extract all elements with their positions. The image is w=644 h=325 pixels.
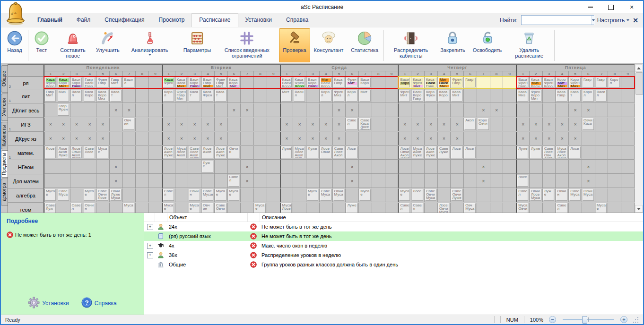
grid-cell[interactable] (254, 160, 267, 174)
grid-cell[interactable] (372, 103, 385, 117)
grid-cell[interactable]: КасаГавр (556, 89, 569, 103)
grid-cell[interactable] (228, 132, 241, 145)
grid-cell[interactable] (346, 132, 359, 145)
lesson-entry[interactable]: ГаврМит (110, 77, 122, 87)
grid-cell[interactable] (556, 160, 569, 174)
grid-cell[interactable]: ВасиКороГаврМит (188, 77, 201, 89)
grid-cell[interactable]: Миз (57, 89, 70, 103)
tool-constraints-button[interactable]: Список введенных ограничений (215, 28, 279, 62)
grid-cell[interactable] (516, 160, 530, 174)
lesson-entry[interactable]: Васил (71, 90, 82, 102)
lesson-entry[interactable]: ФренМит (346, 77, 357, 87)
grid-cell[interactable] (490, 203, 504, 213)
grid-cell[interactable] (477, 203, 490, 213)
lesson-entry[interactable]: ВасиГаврМитМиз (202, 77, 213, 87)
grid-cell[interactable]: Касат (215, 89, 228, 103)
grid-cell[interactable]: Мусае (306, 188, 320, 202)
lesson-entry[interactable]: ЛосеОвчиАкопЛуже (399, 146, 410, 158)
lesson-entry[interactable]: Корол (163, 90, 174, 102)
lesson-entry[interactable]: СавеОвчиЛуже (451, 189, 462, 201)
grid-cell[interactable] (595, 188, 609, 202)
grid-cell[interactable] (451, 174, 464, 188)
row-label-матем.[interactable]: матем.1 (8, 146, 44, 160)
grid-cell[interactable]: Савел (346, 118, 359, 131)
issue-row[interactable]: ОбщиеГруппа уроков разных классов должна… (144, 260, 643, 269)
lesson-entry[interactable]: СавеКасаЛосеЛуже (359, 118, 371, 130)
grid-cell[interactable]: ФренГавр (451, 77, 464, 89)
grid-cell[interactable]: Касат (110, 89, 123, 103)
grid-cell[interactable]: × (477, 160, 490, 174)
grid-cell[interactable]: Овчин (228, 146, 241, 160)
grid-cell[interactable]: Лосе (464, 146, 477, 160)
grid-cell[interactable]: Гавр (582, 77, 595, 89)
grid-cell[interactable] (149, 103, 162, 117)
find-combobox[interactable] (521, 15, 594, 25)
lesson-entry[interactable]: КасаКороМиз (97, 90, 108, 102)
lesson-entry[interactable]: СавеЛуже (438, 146, 450, 158)
grid-cell[interactable] (267, 174, 280, 188)
grid-cell[interactable]: КасаФрен (201, 89, 215, 103)
lesson-entry[interactable]: Акоп (464, 118, 476, 130)
grid-cell[interactable] (333, 160, 346, 174)
scroll-up-icon[interactable] (635, 64, 643, 72)
grid-cell[interactable] (595, 174, 609, 188)
grid-cell[interactable]: × (306, 118, 320, 131)
lesson-entry[interactable]: ВасиКоро (399, 77, 410, 87)
grid-cell[interactable] (136, 160, 149, 174)
lesson-entry[interactable]: КасаГавр (556, 90, 567, 102)
grid-cell[interactable]: ЛосеАкопЛуже (215, 146, 228, 160)
grid-cell[interactable] (398, 174, 411, 188)
lesson-entry[interactable]: ФренМит (399, 90, 410, 102)
grid-cell[interactable]: × (333, 132, 346, 145)
grid-cell[interactable]: × (477, 174, 490, 188)
grid-cell[interactable]: × (569, 103, 582, 117)
issue-row[interactable]: +4xМакс. число окон в неделю (144, 241, 643, 250)
grid-cell[interactable]: × (215, 118, 228, 131)
grid-cell[interactable]: КороОвчи (477, 118, 490, 131)
grid-cell[interactable]: Васил (70, 89, 84, 103)
grid-cell[interactable] (385, 160, 399, 174)
grid-cell[interactable] (503, 77, 516, 89)
grid-cell[interactable] (569, 174, 582, 188)
grid-cell[interactable]: Савел (162, 188, 175, 202)
grid-cell[interactable]: × (477, 103, 490, 117)
grid-cell[interactable] (149, 146, 162, 160)
grid-cell[interactable]: ВасиГаврМитМиз (201, 77, 215, 89)
grid-cell[interactable]: Лосе (44, 146, 57, 160)
grid-cell[interactable]: СавеЛосе (83, 146, 96, 160)
grid-cell[interactable] (162, 103, 175, 117)
lesson-entry[interactable]: ФренГавр (97, 77, 108, 87)
grid-cell[interactable] (451, 203, 464, 213)
lesson-entry[interactable]: ОвчиМуса (333, 189, 345, 201)
grid-cell[interactable] (254, 103, 267, 117)
grid-cell[interactable] (621, 89, 635, 103)
lesson-entry[interactable]: Касат (189, 90, 200, 102)
lesson-entry[interactable]: Васил (596, 90, 607, 102)
grid-cell[interactable] (123, 146, 136, 160)
grid-cell[interactable] (320, 160, 333, 174)
grid-vertical-scrollbar[interactable] (635, 64, 643, 213)
grid-cell[interactable] (438, 188, 451, 202)
grid-cell[interactable]: КороМитМиз (556, 77, 569, 89)
grid-cell[interactable]: СавеМуса (320, 188, 333, 202)
grid-cell[interactable]: ОвчиЛужеМуса (110, 188, 123, 202)
lesson-entry[interactable]: МусаАкопЛуже (412, 146, 423, 158)
lesson-entry[interactable]: СавеМуса (58, 189, 69, 201)
grid-cell[interactable]: Лосе (411, 188, 425, 202)
grid-cell[interactable]: ВасиКороГаврМиз (306, 77, 320, 89)
lesson-entry[interactable]: Мусае (399, 189, 410, 201)
grid-cell[interactable] (621, 118, 635, 131)
grid-cell[interactable]: × (582, 174, 595, 188)
row-label-ДКлит весь[interactable]: ДКлит весь (8, 103, 44, 118)
grid-cell[interactable] (267, 77, 280, 89)
maximize-button[interactable] (600, 1, 621, 13)
grid-cell[interactable] (451, 103, 464, 117)
lesson-entry[interactable]: КороФренМизГавр (569, 77, 581, 87)
grid-cell[interactable]: КасаКороМит (57, 77, 70, 89)
grid-cell[interactable] (215, 174, 228, 188)
grid-cell[interactable] (280, 188, 294, 202)
grid-cell[interactable] (569, 203, 582, 213)
grid-cell[interactable]: ФренМит (346, 77, 359, 89)
grid-cell[interactable]: ФренГаврМит (175, 89, 189, 103)
grid-cell[interactable]: КасаКоро (438, 89, 451, 103)
